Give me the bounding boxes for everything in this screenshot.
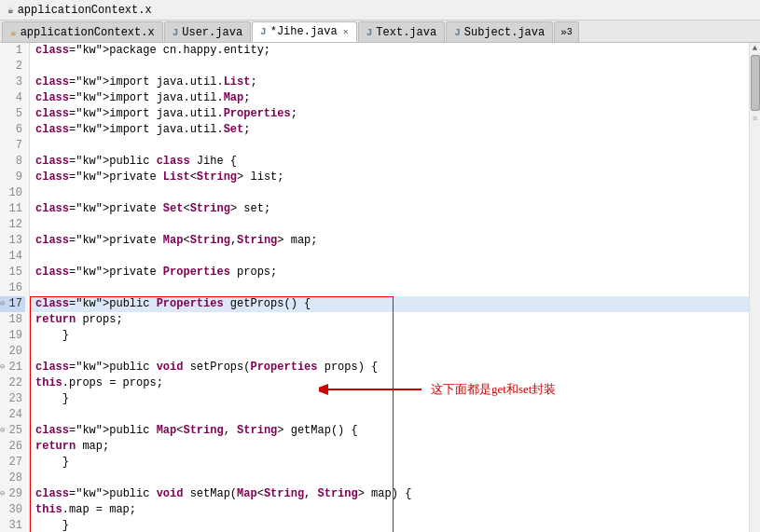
line-number-19: 19	[0, 328, 25, 344]
collapse-arrow-25[interactable]: ⊖	[0, 423, 5, 439]
close-icon[interactable]: ✕	[343, 26, 349, 37]
line-number-2: 2	[0, 59, 25, 75]
tab-SubjectJava[interactable]: J Subject.java	[446, 21, 553, 42]
code-line-1[interactable]: class="kw">package cn.happy.entity;	[30, 43, 749, 59]
line-number-12: 12	[0, 217, 25, 233]
line-number-29: ⊖29	[0, 486, 25, 502]
line-numbers: 12345678910111213141516⊖17181920⊖2122232…	[0, 43, 30, 532]
code-line-2[interactable]	[30, 59, 749, 75]
tab-TextJava[interactable]: J Text.java	[358, 21, 445, 42]
line-number-27: 27	[0, 455, 25, 471]
line-number-6: 6	[0, 122, 25, 138]
code-line-19[interactable]: }	[30, 328, 749, 344]
code-line-26[interactable]: return map;	[30, 439, 749, 455]
line-number-3: 3	[0, 75, 25, 90]
code-area[interactable]: 这下面都是get和set封装 class="kw">package cn.hap…	[30, 43, 749, 532]
line-number-17: ⊖17	[0, 296, 25, 312]
tab-label: User.java	[182, 26, 242, 39]
tab-label: applicationContext.x	[21, 26, 155, 39]
code-line-7[interactable]	[30, 138, 749, 154]
tab-label: Subject.java	[464, 26, 545, 39]
tab-JiheJava[interactable]: J *Jihe.java ✕	[252, 21, 357, 42]
code-line-18[interactable]: return props;	[30, 312, 749, 328]
code-line-13[interactable]: class="kw">private Map<String,String> ma…	[30, 233, 749, 249]
code-lines: class="kw">package cn.happy.entity; clas…	[30, 43, 749, 532]
line-number-13: 13	[0, 233, 25, 249]
tab-icon: J	[260, 26, 267, 37]
tab-icon: J	[366, 27, 373, 38]
code-line-28[interactable]	[30, 471, 749, 486]
line-number-16: 16	[0, 280, 25, 296]
scrollbar-up-arrow[interactable]: ▲	[753, 44, 757, 53]
tab-applicationContext[interactable]: ☕ applicationContext.x	[2, 21, 163, 42]
tab-overflow-count: 3	[567, 27, 573, 37]
scrollbar-lines-icon: ≡	[753, 115, 757, 124]
tab-label: *Jihe.java	[270, 25, 338, 38]
line-number-11: 11	[0, 201, 25, 217]
tab-icon: J	[173, 27, 179, 38]
line-number-18: 18	[0, 312, 25, 328]
line-number-10: 10	[0, 185, 25, 201]
line-number-28: 28	[0, 471, 25, 486]
code-line-16[interactable]	[30, 280, 749, 296]
annotation-text: 这下面都是get和set封装	[431, 381, 556, 398]
collapse-arrow-17[interactable]: ⊖	[0, 296, 5, 312]
line-number-24: 24	[0, 407, 25, 423]
line-number-23: 23	[0, 391, 25, 407]
code-line-29[interactable]: class="kw">public void setMap(Map<String…	[30, 486, 749, 502]
annotation-area: 这下面都是get和set封装	[319, 378, 655, 401]
scrollbar-vertical[interactable]: ▲ ≡	[749, 43, 760, 532]
annotation-arrow-svg	[319, 378, 431, 401]
code-line-5[interactable]: class="kw">import java.util.Properties;	[30, 106, 749, 122]
code-line-3[interactable]: class="kw">import java.util.List;	[30, 75, 749, 90]
code-line-14[interactable]	[30, 249, 749, 265]
code-line-4[interactable]: class="kw">import java.util.Map;	[30, 90, 749, 106]
editor-container: 12345678910111213141516⊖17181920⊖2122232…	[0, 43, 760, 532]
code-line-21[interactable]: class="kw">public void setProps(Properti…	[30, 360, 749, 375]
line-number-1: 1	[0, 43, 25, 59]
line-number-26: 26	[0, 439, 25, 455]
code-line-27[interactable]: }	[30, 455, 749, 471]
line-number-30: 30	[0, 502, 25, 518]
line-number-21: ⊖21	[0, 360, 25, 375]
line-number-4: 4	[0, 90, 25, 106]
line-number-22: 22	[0, 375, 25, 391]
code-line-20[interactable]	[30, 344, 749, 360]
code-line-12[interactable]	[30, 217, 749, 233]
line-number-15: 15	[0, 265, 25, 280]
code-line-10[interactable]	[30, 185, 749, 201]
app-icon: ☕	[4, 0, 18, 20]
code-line-6[interactable]: class="kw">import java.util.Set;	[30, 122, 749, 138]
app-title: applicationContext.x	[18, 0, 152, 20]
tab-bar: ☕ applicationContext.x J User.java J *Ji…	[0, 20, 760, 43]
title-bar: ☕ applicationContext.x	[0, 0, 760, 20]
tab-label: Text.java	[376, 26, 436, 39]
code-line-31[interactable]: }	[30, 518, 749, 532]
line-number-25: ⊖25	[0, 423, 25, 439]
code-line-30[interactable]: this.map = map;	[30, 502, 749, 518]
code-line-8[interactable]: class="kw">public class Jihe {	[30, 154, 749, 170]
line-number-8: 8	[0, 154, 25, 170]
line-number-9: 9	[0, 170, 25, 185]
tab-UserJava[interactable]: J User.java	[164, 21, 251, 42]
line-number-31: 31	[0, 518, 25, 532]
collapse-arrow-21[interactable]: ⊖	[0, 360, 5, 375]
collapse-arrow-29[interactable]: ⊖	[0, 486, 5, 502]
code-line-9[interactable]: class="kw">private List<String> list;	[30, 170, 749, 185]
line-number-5: 5	[0, 106, 25, 122]
code-line-25[interactable]: class="kw">public Map<String, String> ge…	[30, 423, 749, 439]
code-line-11[interactable]: class="kw">private Set<String> set;	[30, 201, 749, 217]
tab-overflow-label: »	[560, 27, 567, 38]
line-number-7: 7	[0, 138, 25, 154]
code-line-17[interactable]: class="kw">public Properties getProps() …	[30, 296, 749, 312]
tab-icon: J	[454, 27, 461, 38]
code-line-15[interactable]: class="kw">private Properties props;	[30, 265, 749, 280]
scrollbar-thumb[interactable]	[751, 55, 760, 111]
line-number-14: 14	[0, 249, 25, 265]
tab-overflow[interactable]: » 3	[554, 21, 579, 42]
line-number-20: 20	[0, 344, 25, 360]
tab-icon: ☕	[10, 26, 17, 38]
code-line-24[interactable]	[30, 407, 749, 423]
